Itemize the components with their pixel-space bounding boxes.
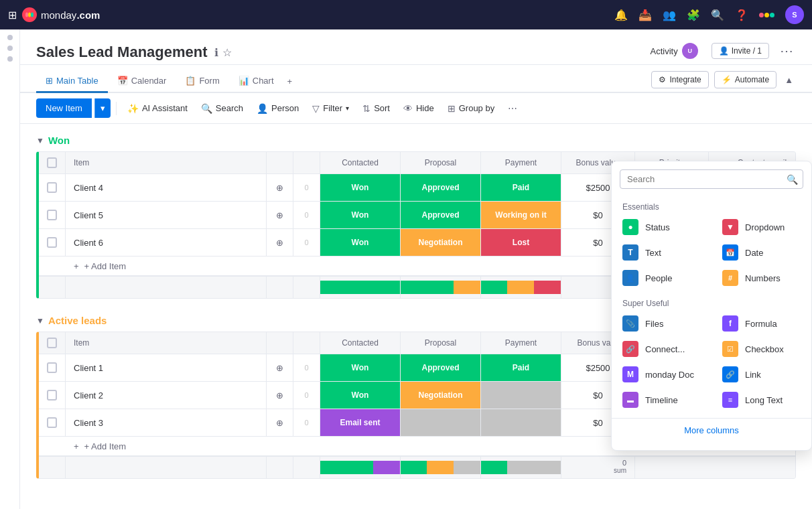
help-icon[interactable]: ❓ [735,9,748,21]
super-useful-section: Super Useful 📎 Files f Formula 🔗 Connect… [612,293,811,415]
group-active-collapse[interactable]: ▼ [36,316,44,325]
row-contacted[interactable]: Won [320,174,401,201]
grid-icon[interactable]: ⊞ [8,9,17,21]
row-num: 0 [293,354,320,381]
row-payment[interactable]: Paid [481,354,561,381]
sort-button[interactable]: ⇅ Sort [357,100,395,117]
search-button[interactable]: 🔍 Search [196,100,249,117]
sidebar-item[interactable] [7,46,13,51]
new-item-dropdown-button[interactable]: ▾ [94,98,111,118]
inbox-icon[interactable]: 📥 [638,9,652,21]
row-num: 0 [293,409,320,436]
invite-button[interactable]: 👤 Invite / 1 [712,43,769,59]
row-add[interactable]: ⊕ [267,202,293,228]
hide-button[interactable]: 👁 Hide [398,100,439,117]
col-proposal: Proposal [401,332,481,354]
header-checkbox[interactable] [47,338,57,348]
collapse-tabs-button[interactable]: ▲ [782,72,796,88]
dropdown-label: Dropdown [745,222,785,232]
group-active-title[interactable]: Active leads [48,315,107,326]
sum-bonus: 0 sum [561,457,635,478]
checkbox-icon: ☑ [722,341,738,357]
group-by-button[interactable]: ⊞ Group by [442,100,500,117]
bell-icon[interactable]: 🔔 [614,9,628,21]
more-columns-button[interactable]: More columns [612,418,811,442]
client-name: Client 2 [74,390,103,401]
sidebar-item[interactable] [7,35,13,40]
row-contacted[interactable]: Won [320,382,401,409]
activity-button[interactable]: Activity U [645,40,703,62]
panel-item-checkbox[interactable]: ☑ Checkbox [712,336,811,362]
status-icon: ● [622,219,638,235]
row-proposal[interactable] [401,409,481,436]
row-payment[interactable]: Lost [481,229,561,256]
tab-form[interactable]: 📋 Form [176,70,228,93]
row-proposal[interactable]: Approved [401,174,481,201]
tab-chart[interactable]: 📊 Chart [229,70,283,93]
ai-assistant-button[interactable]: ✨ AI Assistant [122,100,193,117]
panel-item-dropdown[interactable]: ▼ Dropdown [712,214,811,240]
star-icon[interactable]: ☆ [222,46,232,59]
tab-main-table[interactable]: ⊞ Main Table [36,70,108,93]
row-proposal[interactable]: Negotiation [401,229,481,256]
filter-button[interactable]: ▽ Filter ▾ [307,100,354,117]
more-options-button[interactable]: ⋯ [777,40,796,62]
row-contacted[interactable]: Won [320,229,401,256]
info-icon[interactable]: ℹ [214,46,218,59]
panel-item-longtext[interactable]: ≡ Long Text [712,387,811,413]
row-payment[interactable] [481,409,561,436]
ai-icon: ✨ [127,103,139,114]
panel-item-formula[interactable]: f Formula [712,311,811,336]
row-contacted[interactable]: Won [320,202,401,228]
row-payment[interactable] [481,382,561,409]
row-add[interactable]: ⊕ [267,174,293,201]
panel-item-files[interactable]: 📎 Files [612,311,712,336]
client-name: Client 4 [74,183,103,193]
more-toolbar-button[interactable]: ⋯ [502,100,523,117]
search-icon[interactable]: 🔍 [711,9,724,21]
panel-item-connect[interactable]: 🔗 Connect... [612,336,712,362]
row-proposal[interactable]: Negotiation [401,382,481,409]
panel-item-numbers[interactable]: # Numbers [712,265,811,291]
row-add[interactable]: ⊕ [267,354,293,381]
automate-button[interactable]: ⚡ Automate [714,71,776,88]
row-contacted[interactable]: Won [320,354,401,381]
apps-icon[interactable]: 🧩 [687,9,700,21]
row-proposal[interactable]: Approved [401,202,481,228]
svg-point-3 [31,13,33,17]
row-proposal[interactable]: Approved [401,354,481,381]
row-payment[interactable]: Paid [481,174,561,201]
panel-item-date[interactable]: 📅 Date [712,240,811,265]
user-avatar[interactable]: S [785,5,804,24]
header-checkbox[interactable] [47,157,57,168]
status-gray-badge [481,409,561,436]
col-checkbox [39,332,66,354]
panel-item-mondaydoc[interactable]: M monday Doc [612,362,712,387]
panel-item-status[interactable]: ● Status [612,214,712,240]
row-add[interactable]: ⊕ [267,382,293,409]
new-item-button[interactable]: New Item [36,98,92,118]
sidebar-item[interactable] [7,56,13,62]
panel-item-people[interactable]: 👤 People [612,265,712,291]
group-won-collapse[interactable]: ▼ [36,136,44,145]
person-filter-button[interactable]: 👤 Person [251,100,304,117]
integrate-button[interactable]: ⚙ Integrate [651,71,708,88]
col-contacted: Contacted [320,152,401,173]
col-num [293,152,320,173]
link-label: Link [745,370,761,380]
row-contacted[interactable]: Email sent [320,409,401,436]
row-add[interactable]: ⊕ [267,229,293,256]
panel-search-input[interactable] [620,169,803,189]
panel-item-timeline[interactable]: ▬ Timeline [612,387,712,413]
tab-calendar[interactable]: 📅 Calendar [108,70,176,93]
row-payment[interactable]: Working on it [481,202,561,228]
panel-item-link[interactable]: 🔗 Link [712,362,811,387]
panel-item-text[interactable]: T Text [612,240,712,265]
search-icon: 🔍 [201,103,212,114]
row-add[interactable]: ⊕ [267,409,293,436]
group-won-title[interactable]: Won [48,135,70,146]
add-item-icon: + [74,261,79,271]
people-icon[interactable]: 👥 [663,9,676,21]
files-icon: 📎 [622,315,638,332]
add-tab-button[interactable]: + [283,71,297,92]
